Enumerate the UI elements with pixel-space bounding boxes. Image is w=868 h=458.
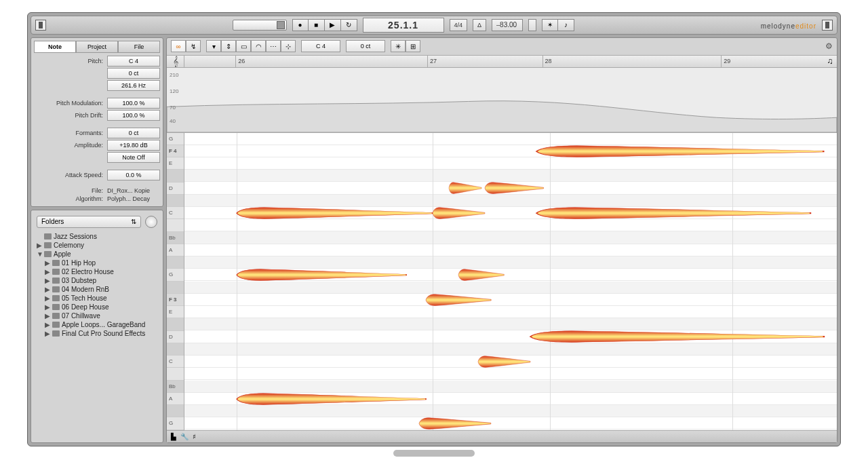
tree-item[interactable]: ▶01 Hip Hop (37, 259, 157, 267)
pitch-key[interactable] (167, 405, 184, 417)
note-blob[interactable] (485, 182, 544, 194)
pitch-key[interactable] (167, 282, 184, 294)
position-display[interactable]: 25.1.1 (363, 18, 444, 33)
metronome-icon[interactable]: Δ (473, 19, 486, 31)
pitch-key[interactable] (167, 368, 184, 380)
pitch-key[interactable]: Bb (167, 232, 184, 244)
footer-hash-icon[interactable]: ♯ (193, 433, 196, 440)
tree-item[interactable]: Jazz Sessions (37, 232, 157, 241)
pitch-key[interactable]: A (167, 393, 184, 405)
tempo-curve-button[interactable] (528, 19, 536, 31)
browser-mode-dropdown[interactable]: Folders⇅ (37, 216, 141, 228)
pitch-key[interactable] (167, 343, 184, 356)
attack-field[interactable]: 0.0 % (107, 170, 160, 180)
formants-field[interactable]: 0 ct (107, 128, 160, 138)
link-tool[interactable]: ∞ (171, 40, 186, 52)
tree-item[interactable]: ▶06 Deep House (37, 303, 157, 311)
pitch-key[interactable]: F 4 (167, 145, 184, 157)
footer-wrench-icon[interactable]: 🔧 (180, 433, 189, 440)
file-label: File: (34, 187, 104, 194)
tree-item[interactable]: ▶03 Dubstep (37, 276, 157, 285)
main-tool[interactable]: ▾ (206, 40, 221, 52)
pitch-key[interactable]: E (167, 306, 184, 318)
right-panel-toggle[interactable] (822, 20, 833, 31)
overview-lane[interactable]: 2101207040 (167, 68, 837, 133)
pitch-key[interactable]: G (167, 133, 184, 145)
note-grid[interactable]: GF 4EDCBbAGF 3EDCBbAG (167, 133, 837, 430)
pitch-key[interactable] (167, 170, 184, 182)
amplitude-tool[interactable]: ◠ (251, 40, 266, 52)
tab-project[interactable]: Project (76, 41, 118, 53)
note-blob[interactable] (237, 393, 426, 405)
pitch-cents-field[interactable]: 0 ct (107, 68, 160, 79)
cycle-button[interactable]: ↻ (341, 19, 357, 31)
preview-volume-dial[interactable] (145, 216, 157, 228)
formant-tool[interactable]: ▭ (236, 40, 251, 52)
browser-panel: Folders⇅ Jazz Sessions▶Celemony▼Apple▶01… (31, 210, 163, 443)
toolbar-cents-readout[interactable]: 0 ct (346, 40, 385, 52)
pitch-key[interactable] (167, 195, 184, 207)
tree-item[interactable]: ▶Celemony (37, 241, 157, 250)
quantize-button[interactable]: ✶ (542, 19, 558, 31)
pitch-key[interactable]: Bb (167, 381, 184, 393)
stop-button[interactable]: ■ (309, 19, 325, 31)
inspector-panel: Note Project File Pitch:C 4 0 ct 261.6 H… (31, 37, 163, 207)
pitch-key[interactable] (167, 219, 184, 231)
pitch-key[interactable]: G (167, 269, 184, 281)
drift-field[interactable]: 100.0 % (107, 110, 160, 121)
note-blob[interactable] (449, 182, 481, 194)
note-blob[interactable] (419, 417, 491, 430)
pitch-tool[interactable]: ⇕ (221, 40, 236, 52)
pitch-key[interactable]: G (167, 417, 184, 430)
note-blob[interactable] (458, 269, 504, 281)
note-blob[interactable] (433, 207, 485, 219)
play-button[interactable]: ▶ (325, 19, 341, 31)
note-off-button[interactable]: Note Off (107, 152, 160, 163)
timeline-ruler[interactable]: 𝄞 26272829 ♫ (167, 56, 837, 68)
tree-item[interactable]: ▶Apple Loops... GarageBand (37, 320, 157, 329)
pitch-note-field[interactable]: C 4 (107, 56, 160, 66)
pitch-key[interactable] (167, 256, 184, 269)
toolbar-pitch-readout[interactable]: C 4 (301, 40, 340, 52)
tree-item[interactable]: ▶07 Chillwave (37, 311, 157, 320)
footer-tool-icon[interactable]: ▙ (171, 433, 176, 440)
separation-tool[interactable]: ⊹ (281, 40, 296, 52)
record-button[interactable]: ● (292, 19, 309, 31)
scale-button[interactable]: ♪ (558, 19, 574, 31)
pitch-key[interactable]: D (167, 183, 184, 195)
tree-item[interactable]: ▶Final Cut Pro Sound Effects (37, 329, 157, 338)
alt-tool[interactable]: ↯ (186, 40, 201, 52)
note-blob[interactable] (536, 145, 823, 157)
tempo-display[interactable]: – 83.00 (492, 19, 523, 31)
pitch-key[interactable]: F 3 (167, 294, 184, 306)
tree-item[interactable]: ▶02 Electro House (37, 267, 157, 276)
pitch-key[interactable]: A (167, 244, 184, 256)
tab-note[interactable]: Note (34, 41, 76, 53)
quantize-time-button[interactable]: ⊞ (406, 40, 420, 52)
horizontal-scrollbar[interactable] (393, 450, 475, 457)
correct-pitch-button[interactable]: ✳ (391, 40, 406, 52)
tree-item[interactable]: ▼Apple (37, 250, 157, 259)
tree-item[interactable]: ▶04 Modern RnB (37, 285, 157, 294)
mod-field[interactable]: 100.0 % (107, 98, 160, 109)
left-panel-toggle[interactable] (35, 20, 46, 31)
note-blob[interactable] (237, 207, 433, 219)
time-signature[interactable]: 4/4 (450, 19, 468, 31)
pitch-key[interactable]: C (167, 356, 184, 368)
note-blob[interactable] (237, 269, 406, 281)
tab-file[interactable]: File (118, 41, 160, 53)
tree-item[interactable]: ▶05 Tech House (37, 294, 157, 303)
note-blob[interactable] (530, 330, 824, 343)
settings-gear-icon[interactable]: ⚙ (825, 41, 833, 51)
timing-tool[interactable]: ⋯ (266, 40, 281, 52)
autoscroll-slider[interactable] (233, 20, 287, 31)
note-blob[interactable] (478, 356, 530, 368)
note-blob[interactable] (426, 294, 491, 306)
pitch-key[interactable]: D (167, 331, 184, 343)
amp-field[interactable]: +19.80 dB (107, 140, 160, 151)
pitch-key[interactable]: C (167, 207, 184, 219)
pitch-key[interactable] (167, 318, 184, 330)
pitch-hz-field[interactable]: 261.6 Hz (107, 80, 160, 91)
pitch-key[interactable]: E (167, 157, 184, 170)
note-blob[interactable] (536, 207, 810, 219)
